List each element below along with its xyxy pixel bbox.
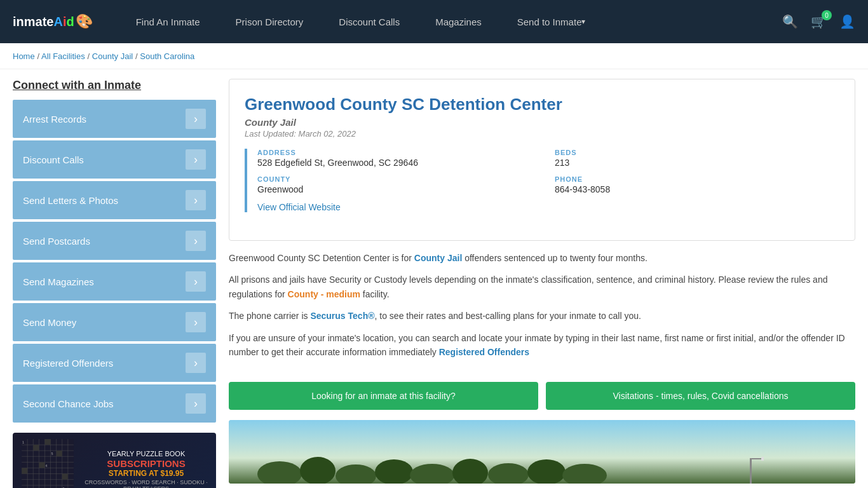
registered-offenders-link[interactable]: Registered Offenders (439, 347, 529, 357)
svg-rect-40 (750, 458, 763, 459)
sidebar-item-send-postcards[interactable]: Send Postcards › (13, 222, 216, 260)
sidebar-item-arrest-records[interactable]: Arrest Records › (13, 100, 216, 138)
sidebar-item-registered-offenders[interactable]: Registered Offenders › (13, 344, 216, 382)
header-icons: 🔍 🛒 0 👤 (782, 14, 855, 29)
sidebar-item-label: Send Postcards (23, 236, 90, 247)
arrow-icon: › (186, 353, 206, 373)
nav-prison-directory[interactable]: Prison Directory (218, 0, 322, 43)
sidebar-item-label: Send Magazines (23, 276, 94, 287)
county-medium-link[interactable]: County - medium (288, 289, 360, 299)
breadcrumb-county-jail[interactable]: County Jail (92, 51, 133, 61)
website-link[interactable]: View Official Website (257, 202, 341, 212)
facility-card: Greenwood County SC Detention Center Cou… (229, 79, 855, 241)
address-block: ADDRESS 528 Edgefield St, Greenwood, SC … (257, 149, 542, 168)
sidebar-item-send-money[interactable]: Send Money › (13, 303, 216, 341)
looking-for-inmate-button[interactable]: Looking for an inmate at this facility? (229, 382, 538, 410)
county-block: COUNTY Greenwood (257, 175, 542, 194)
sidebar-item-label: Second Chance Jobs (23, 398, 114, 409)
desc1-text: Greenwood County SC Detention Center is … (229, 253, 414, 263)
facility-photo (229, 420, 855, 484)
desc-paragraph-4: If you are unsure of your inmate's locat… (229, 331, 855, 360)
sidebar-item-send-letters[interactable]: Send Letters & Photos › (13, 181, 216, 219)
address-value: 528 Edgefield St, Greenwood, SC 29646 (257, 158, 542, 168)
svg-rect-21 (57, 451, 62, 456)
svg-rect-20 (44, 439, 50, 445)
county-jail-link[interactable]: County Jail (414, 253, 462, 263)
main-nav: Find An Inmate Prison Directory Discount… (118, 0, 782, 43)
svg-rect-41 (761, 457, 764, 461)
sidebar-item-discount-calls[interactable]: Discount Calls › (13, 140, 216, 179)
info-grid: ADDRESS 528 Edgefield St, Greenwood, SC … (245, 149, 839, 212)
beds-block: BEDS 213 (555, 149, 839, 168)
beds-label: BEDS (555, 149, 839, 156)
sidebar-title: Connect with an Inmate (13, 79, 216, 92)
breadcrumb-state[interactable]: South Carolina (140, 51, 194, 61)
nav-magazines[interactable]: Magazines (417, 0, 499, 43)
nav-send-to-inmate[interactable]: Send to Inmate (499, 0, 604, 43)
logo-text: inmateAid (13, 15, 74, 29)
action-buttons: Looking for an inmate at this facility? … (229, 382, 855, 410)
svg-rect-19 (33, 445, 39, 451)
county-value: Greenwood (257, 184, 542, 194)
sidebar-item-label: Send Letters & Photos (23, 195, 118, 206)
address-label: ADDRESS (257, 149, 542, 156)
ad-games: CROSSWORDS · WORD SEARCH · SUDOKU · BRAI… (83, 479, 210, 488)
ad-yearly: YEARLY PUZZLE BOOK (83, 450, 210, 458)
desc-paragraph-1: Greenwood County SC Detention Center is … (229, 251, 855, 265)
facility-photo-svg (229, 420, 855, 484)
arrow-icon: › (186, 231, 206, 251)
svg-rect-23 (39, 462, 44, 468)
breadcrumb-home[interactable]: Home (13, 51, 35, 61)
securus-link[interactable]: Securus Tech® (310, 311, 374, 321)
sidebar-item-label: Registered Offenders (23, 358, 113, 369)
svg-rect-22 (22, 468, 27, 473)
sidebar: Connect with an Inmate Arrest Records › … (13, 79, 216, 488)
description: Greenwood County SC Detention Center is … (229, 251, 855, 377)
desc-paragraph-3: The phone carrier is Securus Tech®, to s… (229, 309, 855, 323)
nav-discount-calls[interactable]: Discount Calls (321, 0, 417, 43)
desc2-rest: facility. (360, 289, 390, 299)
puzzle-grid-icon: 1 4 9 5 (19, 439, 76, 488)
breadcrumb: Home / All Facilities / County Jail / So… (0, 43, 868, 69)
svg-text:1: 1 (22, 440, 24, 444)
sidebar-item-send-magazines[interactable]: Send Magazines › (13, 262, 216, 301)
logo-icon: 🎨 (76, 13, 93, 30)
sidebar-menu: Arrest Records › Discount Calls › Send L… (13, 100, 216, 423)
breadcrumb-sep2: / (88, 51, 92, 61)
nav-find-inmate[interactable]: Find An Inmate (118, 0, 218, 43)
county-label: COUNTY (257, 175, 542, 183)
facility-title: Greenwood County SC Detention Center (245, 95, 839, 114)
website-block: View Official Website (257, 202, 839, 212)
visitations-button[interactable]: Visitations - times, rules, Covid cancel… (546, 382, 855, 410)
svg-rect-39 (750, 458, 752, 484)
arrow-icon: › (186, 149, 206, 170)
phone-value: 864-943-8058 (555, 184, 839, 194)
ad-price: STARTING AT $19.95 (83, 469, 210, 478)
arrow-icon: › (186, 190, 206, 210)
phone-label: PHONE (555, 175, 839, 183)
cart-icon[interactable]: 🛒 0 (811, 14, 827, 29)
desc3-rest: , to see their rates and best-calling pl… (375, 311, 641, 321)
sidebar-item-second-chance-jobs[interactable]: Second Chance Jobs › (13, 384, 216, 423)
facility-type: County Jail (245, 117, 839, 128)
main-container: Connect with an Inmate Arrest Records › … (0, 69, 868, 488)
svg-text:4: 4 (45, 464, 47, 468)
logo-area[interactable]: inmateAid 🎨 (13, 13, 93, 30)
ad-puzzle-book: SUBSCRIPTIONS (83, 459, 210, 470)
user-icon[interactable]: 👤 (839, 14, 855, 29)
search-icon[interactable]: 🔍 (782, 14, 798, 29)
phone-block: PHONE 864-943-8058 (555, 175, 839, 194)
header: inmateAid 🎨 Find An Inmate Prison Direct… (0, 0, 868, 43)
arrow-icon: › (186, 393, 206, 414)
svg-rect-24 (62, 474, 68, 480)
svg-text:5: 5 (51, 452, 53, 456)
sidebar-item-label: Arrest Records (23, 114, 86, 125)
cart-badge: 0 (822, 10, 832, 20)
facility-updated: Last Updated: March 02, 2022 (245, 129, 839, 139)
desc-paragraph-2: All prisons and jails have Security or C… (229, 273, 855, 301)
svg-point-31 (300, 457, 336, 484)
desc1-rest: offenders sentenced up to twenty four mo… (462, 253, 648, 263)
ad-banner[interactable]: 1 4 9 5 YEARLY PUZZLE BOOK SUBSCRIPTIONS… (13, 433, 216, 488)
breadcrumb-all-facilities[interactable]: All Facilities (41, 51, 85, 61)
arrow-icon: › (186, 271, 206, 292)
